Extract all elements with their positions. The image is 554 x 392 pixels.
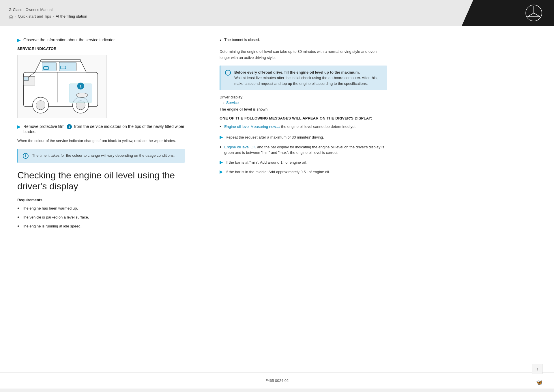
badge-1: 1 bbox=[67, 124, 72, 129]
svg-rect-17 bbox=[44, 67, 49, 70]
message-item-2: ▶ Repeat the request after a maximum of … bbox=[220, 135, 387, 140]
info-box-colour-text: The time it takes for the colour to chan… bbox=[32, 153, 175, 158]
info-box-offroad: i Before every off-road drive, fill the … bbox=[220, 66, 387, 91]
msg4-text: If the bar is at "min": Add around 1 l o… bbox=[226, 160, 307, 165]
info-box-colour: i The time it takes for the colour to ch… bbox=[17, 149, 185, 163]
svg-point-4 bbox=[36, 101, 45, 110]
column-divider bbox=[202, 38, 202, 361]
req-item-2: • The vehicle is parked on a level surfa… bbox=[17, 214, 185, 221]
dot-bullet-bonnet: • bbox=[220, 37, 221, 44]
chapter-title: Checking the engine oil level using the … bbox=[17, 170, 185, 192]
engine-oil-shown: The engine oil level is shown. bbox=[220, 107, 387, 111]
colour-change-text: When the colour of the service indicator… bbox=[17, 138, 185, 144]
arrow-bullet-2: ▶ bbox=[17, 124, 20, 129]
breadcrumb-sep-2: › bbox=[53, 14, 54, 18]
dot-bullet-2: • bbox=[17, 214, 19, 221]
msg3-highlight: Engine oil level OK bbox=[224, 145, 256, 149]
arrow-bullet-1: ▶ bbox=[17, 38, 20, 42]
nav-arrow-icon: ⟶ bbox=[220, 101, 224, 105]
breadcrumb-current: At the filling station bbox=[56, 14, 87, 18]
dot-bullet-3: • bbox=[17, 223, 19, 230]
messages-heading: ONE OF THE FOLLOWING MESSAGES WILL APPEA… bbox=[220, 116, 387, 120]
butterfly-icon: 🦋 bbox=[536, 379, 542, 386]
msg2-text: Repeat the request after a maximum of 30… bbox=[226, 135, 324, 140]
service-indicator-image: 1 bbox=[17, 55, 107, 118]
breadcrumb-item-1[interactable]: Quick start and Tips bbox=[18, 14, 51, 18]
driver-display-label: Driver display: bbox=[220, 95, 387, 99]
svg-rect-2 bbox=[41, 59, 81, 62]
arrow-bullet-msg5: ▶ bbox=[220, 169, 223, 174]
breadcrumb-sep-1: › bbox=[15, 14, 16, 18]
determining-text: Determining the engine oil level can tak… bbox=[220, 49, 387, 61]
header-left: G-Class - Owner's Manual › Quick start a… bbox=[0, 0, 462, 26]
mercedes-logo bbox=[525, 4, 542, 22]
info-box-offroad-text: Before every off-road drive, fill the en… bbox=[234, 70, 382, 87]
msg1-text: the engine oil level cannot be determine… bbox=[281, 124, 357, 129]
requirements-heading: Requirements bbox=[17, 198, 185, 202]
scroll-up-button[interactable]: ↑ bbox=[532, 364, 542, 374]
info-icon-1: i bbox=[23, 153, 29, 159]
service-indicator-heading: SERVICE INDICATOR bbox=[17, 46, 185, 51]
offroad-bold: Before every off-road drive, fill the en… bbox=[234, 70, 360, 74]
svg-text:1: 1 bbox=[80, 84, 82, 88]
svg-rect-9 bbox=[24, 77, 29, 81]
arrow-bullet-msg4: ▶ bbox=[220, 160, 223, 165]
breadcrumb: › Quick start and Tips › At the filling … bbox=[9, 14, 453, 19]
footer: F465 0024 02 ↑ 🦋 bbox=[0, 372, 554, 389]
req-item-3: • The engine is running at idle speed. bbox=[17, 223, 185, 230]
header: G-Class - Owner's Manual › Quick start a… bbox=[0, 0, 554, 26]
service-nav: ⟶ Service bbox=[220, 100, 387, 105]
svg-rect-18 bbox=[61, 66, 66, 69]
req-item-1: • The engine has been warmed up. bbox=[17, 206, 185, 212]
right-column: • The bonnet is closed. Determining the … bbox=[220, 38, 387, 361]
service-indicator-intro: ▶ Observe the information about the serv… bbox=[17, 38, 185, 42]
remove-film-instruction: ▶ Remove protective film 1 from the serv… bbox=[17, 124, 185, 134]
main-content: ▶ Observe the information about the serv… bbox=[0, 26, 554, 372]
msg1-highlight: Engine oil level Measuring now...: bbox=[224, 124, 280, 129]
arrow-bullet-msg2: ▶ bbox=[220, 135, 223, 139]
left-column: ▶ Observe the information about the serv… bbox=[17, 38, 185, 361]
scroll-up-icon: ↑ bbox=[536, 366, 538, 372]
message-item-4: ▶ If the bar is at "min": Add around 1 l… bbox=[220, 160, 387, 165]
header-right bbox=[462, 0, 554, 26]
dot-bullet-msg3: • bbox=[220, 144, 221, 151]
msg5-text: If the bar is in the middle: Add approxi… bbox=[226, 169, 330, 175]
svg-point-16 bbox=[76, 93, 88, 98]
dot-bullet-1: • bbox=[17, 205, 19, 212]
info-icon-2: i bbox=[225, 70, 231, 76]
message-item-5: ▶ If the bar is in the middle: Add appro… bbox=[220, 169, 387, 175]
nav-service-label: Service bbox=[226, 100, 239, 105]
home-icon[interactable] bbox=[9, 14, 13, 19]
dot-bullet-msg1: • bbox=[220, 123, 221, 130]
manual-title: G-Class - Owner's Manual bbox=[9, 8, 453, 12]
message-item-1: • Engine oil level Measuring now...: the… bbox=[220, 124, 387, 130]
remove-film-text: Remove protective film bbox=[23, 124, 64, 129]
bonnet-closed-item: • The bonnet is closed. bbox=[220, 38, 387, 44]
message-item-3: • Engine oil level OK and the bar displa… bbox=[220, 144, 387, 156]
offroad-rest: Wait at least five minutes after the ini… bbox=[234, 76, 378, 86]
footer-code: F465 0024 02 bbox=[265, 378, 289, 383]
